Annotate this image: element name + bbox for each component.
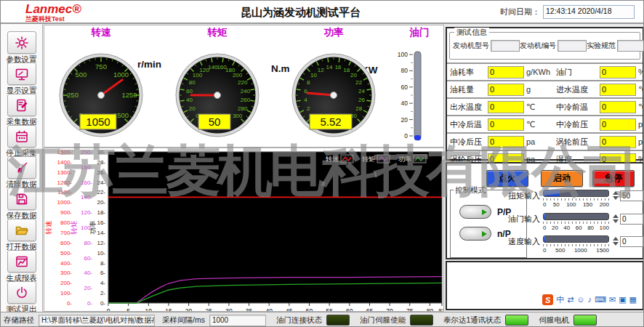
svg-text:10-: 10-	[97, 250, 105, 257]
engine-field: 发动机型号	[453, 40, 520, 52]
svg-text:1200-: 1200-	[57, 179, 73, 186]
ime-lang-icon[interactable]: 中	[556, 296, 564, 304]
svg-text:24: 24	[358, 88, 365, 94]
report-button[interactable]	[7, 250, 36, 272]
svg-text:70: 70	[386, 307, 393, 311]
slider-value-field[interactable]: 0	[620, 236, 643, 247]
calendar-button[interactable]	[7, 125, 36, 148]
ignition-button[interactable]: 点火	[486, 170, 528, 187]
ime-keyboard-icon[interactable]: ⌨	[595, 296, 606, 304]
spin-up-icon[interactable]	[613, 237, 619, 241]
measurement-row: 油耗率0g/KWh油门0%	[447, 62, 643, 80]
emergency-stop-button[interactable]: 急停	[592, 170, 635, 187]
green-arrow-icon	[482, 231, 487, 237]
svg-text:200-: 200-	[81, 149, 92, 156]
slider-value-field[interactable]: 50	[620, 190, 643, 201]
folder-button[interactable]	[7, 219, 36, 241]
gauge-speed-value: 1050	[86, 116, 110, 128]
measurement-value: 0	[600, 66, 636, 78]
mode-toggle-button[interactable]	[459, 205, 491, 219]
svg-text:300: 300	[233, 113, 243, 119]
spinner-arrows[interactable]	[613, 191, 619, 200]
spin-up-icon[interactable]	[613, 191, 619, 195]
page-title: 昆山为涵发动机测试平台	[241, 6, 361, 20]
svg-text:40: 40	[265, 307, 273, 311]
power-button[interactable]	[7, 281, 36, 304]
start-button[interactable]: 启动	[541, 170, 583, 187]
slider-track[interactable]	[543, 235, 609, 243]
status-led	[410, 315, 433, 326]
slider-tick-label: 20	[552, 225, 558, 231]
floppy-button[interactable]	[7, 187, 36, 210]
sample-interval-field[interactable]: 1000	[209, 315, 266, 326]
ime-menu-icon[interactable]: ▦	[629, 296, 637, 304]
svg-text:油门: 油门	[409, 27, 430, 38]
spinner-arrows[interactable]	[613, 237, 619, 246]
svg-text:14-: 14-	[97, 230, 105, 236]
measurement-value: 0	[488, 66, 524, 78]
svg-text:转矩: 转矩	[207, 27, 228, 38]
mode-toggle-button[interactable]	[459, 227, 491, 241]
svg-text:35: 35	[246, 307, 253, 311]
broom-icon	[14, 161, 30, 175]
storage-path-field[interactable]: H:\界面转移\兰菱赵\电机对拖\数据存储	[39, 315, 155, 326]
green-arrow-icon	[482, 209, 487, 215]
slider-tick-label: 100	[600, 225, 609, 231]
slider-track[interactable]	[543, 190, 609, 197]
svg-text:0-: 0-	[67, 300, 72, 307]
svg-text:18-: 18-	[97, 209, 105, 216]
svg-text:22-: 22-	[97, 189, 105, 195]
gear-icon	[14, 36, 30, 50]
svg-text:900-: 900-	[60, 209, 72, 216]
gear-button[interactable]	[7, 31, 36, 54]
spin-down-icon[interactable]	[613, 196, 619, 200]
ime-logo[interactable]: S	[542, 294, 553, 305]
ime-switch-icon[interactable]: ⇄	[567, 296, 573, 304]
svg-text:55: 55	[326, 307, 333, 311]
gauge-power: 功率KW0246810121416182022242628305.52	[277, 25, 401, 148]
spin-up-icon[interactable]	[613, 214, 619, 218]
svg-text:750: 750	[95, 62, 107, 70]
svg-text:r/min: r/min	[137, 59, 161, 70]
svg-text:28: 28	[355, 105, 362, 112]
edit-doc-button[interactable]	[7, 94, 36, 116]
gauge-torque: 转矩N.m02040608010012014016018020022024026…	[161, 25, 284, 148]
ime-mail-icon[interactable]: ✉	[609, 296, 616, 304]
svg-text:80: 80	[401, 67, 408, 74]
sidebar-item-label: 参数设置	[1, 54, 42, 65]
slider-tick-label: 100	[566, 201, 576, 208]
spinner-arrows[interactable]	[613, 214, 619, 223]
svg-text:20: 20	[350, 72, 357, 78]
svg-text:600-: 600-	[60, 240, 72, 246]
slider-torque-input: 扭矩输入05010015020050	[508, 190, 643, 208]
engine-field-input[interactable]	[491, 40, 520, 52]
control-mode-P-P[interactable]: P/P	[459, 205, 511, 219]
broom-button[interactable]	[7, 156, 36, 179]
slider-label: 油门输入	[508, 214, 543, 231]
svg-text:180-: 180-	[81, 164, 92, 171]
engine-field-input[interactable]	[617, 40, 644, 52]
svg-text:28-: 28-	[97, 159, 105, 166]
monitor-button[interactable]	[7, 62, 36, 85]
measurement-label: 油耗量	[450, 84, 488, 95]
svg-text:4-: 4-	[100, 280, 105, 286]
spin-down-icon[interactable]	[613, 219, 619, 223]
engine-field: 发动机编号	[520, 40, 587, 52]
slider-track[interactable]	[543, 213, 609, 220]
status-bar: 存储路径 H:\界面转移\兰菱赵\电机对拖\数据存储 采样间隔/ms 1000 …	[1, 312, 644, 327]
slider-tick-label: 60	[576, 225, 582, 231]
svg-text:60: 60	[186, 88, 193, 94]
svg-text:26-: 26-	[97, 169, 105, 176]
measurement-label: 中冷后温	[450, 119, 488, 130]
slider-value-field[interactable]: 0	[620, 214, 643, 225]
measurement-value: 0	[488, 136, 524, 148]
ime-mic-icon[interactable]: ♪	[588, 296, 592, 304]
svg-text:15: 15	[165, 307, 172, 311]
spin-down-icon[interactable]	[613, 242, 619, 246]
measurement-label: 油门	[556, 67, 600, 78]
sidebar-item-label: 停止采集	[1, 148, 42, 158]
control-mode-n-P[interactable]: n/P	[459, 227, 511, 241]
ime-skin-icon[interactable]: ▣	[619, 296, 626, 304]
ime-emoji-icon[interactable]: ☺	[576, 296, 584, 304]
engine-field-input[interactable]	[558, 40, 587, 52]
